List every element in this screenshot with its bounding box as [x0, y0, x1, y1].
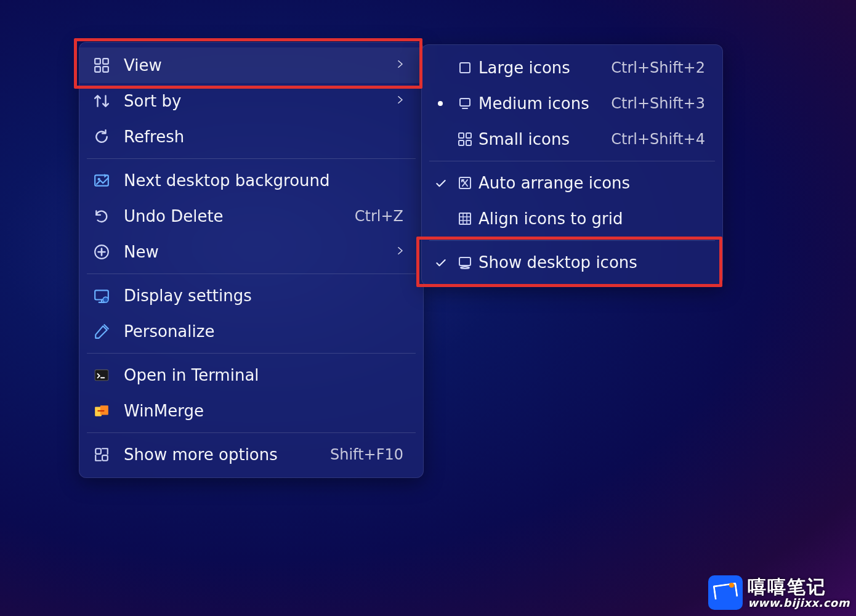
- refresh-icon: [93, 128, 110, 145]
- watermark: 嘻嘻笔记 www.bijixx.com: [708, 575, 850, 610]
- submenu-item-large-icons[interactable]: Large iconsCtrl+Shift+2: [422, 50, 722, 86]
- menu-item-label: Next desktop background: [124, 171, 410, 190]
- menu-item-label: Refresh: [124, 128, 410, 146]
- menu-item-refresh[interactable]: Refresh: [79, 119, 423, 155]
- checkmark-icon: [435, 177, 446, 188]
- menu-item-label: WinMerge: [124, 402, 410, 420]
- menu-item-next-desktop-background[interactable]: Next desktop background: [79, 163, 423, 198]
- watermark-logo-icon: [708, 575, 743, 610]
- more-icon: [93, 446, 110, 463]
- submenu-item-align-icons-to-grid[interactable]: Align icons to grid: [422, 201, 722, 237]
- desktop-icon: [451, 255, 478, 270]
- menu-item-display-settings[interactable]: Display settings: [79, 278, 423, 314]
- menu-item-sort-by[interactable]: Sort by: [79, 83, 423, 119]
- large-icon-icon: [451, 60, 478, 75]
- submenu-item-label: Show desktop icons: [478, 253, 711, 272]
- align-grid-icon: [451, 211, 478, 226]
- menu-item-personalize[interactable]: Personalize: [79, 314, 423, 349]
- menu-separator: [87, 353, 416, 354]
- display-gear-icon: [93, 287, 110, 304]
- winmerge-icon: [93, 402, 110, 419]
- menu-item-label: Show more options: [124, 445, 317, 464]
- radio-dot-icon: [438, 101, 443, 106]
- check-indicator: [429, 101, 451, 106]
- checkmark-icon: [435, 257, 446, 268]
- grid-icon: [93, 57, 110, 74]
- submenu-item-shortcut: Ctrl+Shift+4: [611, 131, 705, 148]
- submenu-item-label: Align icons to grid: [478, 209, 711, 228]
- menu-item-show-more-options[interactable]: Show more optionsShift+F10: [79, 437, 423, 472]
- menu-item-undo-delete[interactable]: Undo DeleteCtrl+Z: [79, 198, 423, 234]
- view-submenu: Large iconsCtrl+Shift+2Medium iconsCtrl+…: [421, 44, 723, 286]
- submenu-item-auto-arrange-icons[interactable]: Auto arrange icons: [422, 165, 722, 201]
- menu-item-label: Sort by: [124, 92, 381, 110]
- menu-item-winmerge[interactable]: WinMerge: [79, 393, 423, 429]
- submenu-item-shortcut: Ctrl+Shift+3: [611, 95, 705, 112]
- menu-item-shortcut: Ctrl+Z: [355, 208, 403, 225]
- grid-icon: [451, 132, 478, 147]
- plus-circle-icon: [93, 243, 110, 261]
- menu-item-new[interactable]: New: [79, 234, 423, 270]
- submenu-item-medium-icons[interactable]: Medium iconsCtrl+Shift+3: [422, 86, 722, 121]
- terminal-icon: [93, 367, 110, 384]
- desktop-context-menu: ViewSort byRefreshNext desktop backgroun…: [79, 42, 424, 478]
- watermark-url: www.bijixx.com: [748, 597, 850, 609]
- menu-separator: [87, 274, 416, 274]
- undo-icon: [93, 208, 110, 225]
- menu-item-label: Personalize: [124, 322, 410, 341]
- menu-item-label: New: [124, 243, 381, 261]
- submenu-item-show-desktop-icons[interactable]: Show desktop icons: [422, 245, 722, 280]
- submenu-item-small-icons[interactable]: Small iconsCtrl+Shift+4: [422, 121, 722, 157]
- chevron-right-icon: [395, 245, 406, 259]
- submenu-item-label: Large icons: [478, 59, 611, 77]
- menu-item-view[interactable]: View: [79, 47, 423, 83]
- menu-item-label: Display settings: [124, 286, 410, 305]
- menu-item-label: Undo Delete: [124, 207, 341, 225]
- brush-icon: [93, 323, 110, 340]
- submenu-item-label: Medium icons: [478, 94, 611, 113]
- watermark-title: 嘻嘻笔记: [748, 577, 850, 597]
- submenu-item-label: Auto arrange icons: [478, 174, 711, 192]
- menu-item-label: View: [124, 56, 381, 75]
- check-indicator: [429, 177, 451, 188]
- menu-separator: [429, 161, 715, 161]
- menu-item-open-in-terminal[interactable]: Open in Terminal: [79, 357, 423, 393]
- chevron-right-icon: [395, 94, 406, 108]
- menu-separator: [429, 240, 715, 241]
- menu-item-shortcut: Shift+F10: [330, 446, 403, 463]
- menu-separator: [87, 432, 416, 433]
- medium-icon-icon: [451, 96, 478, 111]
- sort-icon: [93, 92, 110, 110]
- submenu-item-label: Small icons: [478, 130, 611, 148]
- chevron-right-icon: [395, 58, 406, 73]
- submenu-item-shortcut: Ctrl+Shift+2: [611, 59, 705, 76]
- auto-arrange-icon: [451, 176, 478, 190]
- check-indicator: [429, 257, 451, 268]
- picture-next-icon: [93, 172, 110, 189]
- menu-item-label: Open in Terminal: [124, 366, 410, 384]
- menu-separator: [87, 158, 416, 159]
